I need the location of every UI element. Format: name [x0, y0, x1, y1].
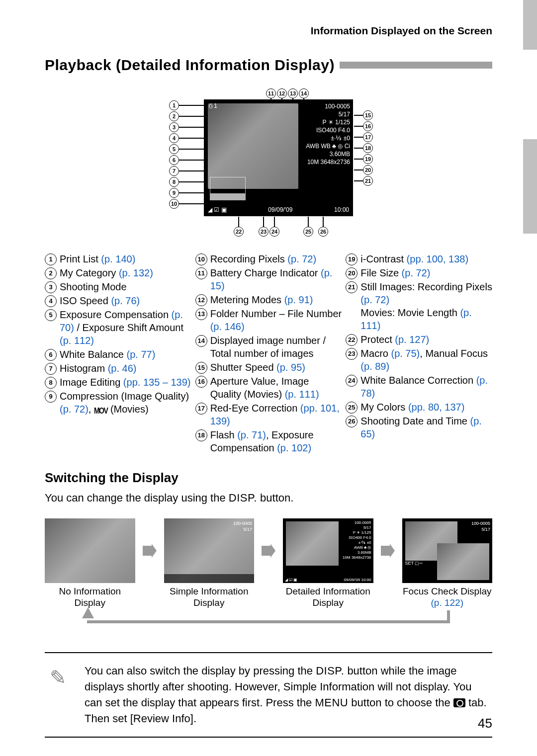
- legend-text: Metering Modes (p. 91): [210, 293, 313, 306]
- overlay-right-text: 100-0005 5/17 P ☀ 1/125 ISO400 F4.0 ±·⅓ …: [306, 102, 350, 166]
- legend-text: Shooting Date and Time (p. 65): [360, 415, 492, 440]
- circled-number: 4: [45, 295, 57, 307]
- note-box: ✎ You can also switch the display by pre…: [45, 652, 492, 738]
- legend-item: 17Red-Eye Correction (pp. 101, 139): [195, 402, 342, 427]
- filesize-line: 3.60MB: [306, 150, 350, 158]
- callout-7: 7: [169, 166, 179, 176]
- legend-item: 19i-Contrast (pp. 100, 138): [346, 252, 492, 265]
- subheading: Switching the Display: [45, 470, 492, 486]
- disp-label: DISP.: [316, 665, 344, 677]
- pencil-icon: ✎: [50, 663, 75, 727]
- circled-number: 18: [195, 429, 207, 441]
- legend-item: 18Flash (p. 71), Exposure Compensation (…: [195, 428, 342, 454]
- circled-number: 14: [195, 335, 207, 347]
- legend-text: Displayed image number / Total number of…: [210, 334, 342, 360]
- display-mode-thumbs: No Information Display 100-00055/17 Simp…: [45, 518, 492, 609]
- legend-item: 14Displayed image number / Total number …: [195, 334, 342, 360]
- legend-text: Macro (p. 75), Manual Focus (p. 89): [360, 347, 492, 373]
- legend-text: Flash (p. 71), Exposure Compensation (p.…: [210, 428, 342, 454]
- legend-text: Recording Pixels (p. 72): [210, 252, 316, 265]
- switch-text-a: You can change the display using the: [45, 492, 229, 504]
- playback-diagram: ⎙ 1 100-0005 5/17 P ☀ 1/125 ISO400 F4.0 …: [139, 88, 398, 243]
- circled-number: 7: [45, 363, 57, 375]
- sample-photo: [208, 103, 298, 189]
- top-left-icons: ⎙ 1: [209, 102, 217, 109]
- legend-text: Compression (Image Quality) (p. 72), MOV…: [60, 390, 191, 416]
- histogram-icon: [210, 177, 246, 200]
- legend-item: 3Shooting Mode: [45, 280, 191, 293]
- legend-columns: 1Print List (p. 140)2My Category (p. 132…: [45, 252, 492, 455]
- legend-text: My Colors (pp. 80, 137): [360, 401, 464, 414]
- thumb-focus-check: 100-00055/17 SET ▢▫▫ Focus Check Display…: [402, 518, 493, 609]
- circled-number: 3: [45, 281, 57, 293]
- arrow-icon: [261, 518, 276, 583]
- legend-text: Still Images: Recording Pixels (p. 72)Mo…: [360, 280, 492, 332]
- exposure-line: ±·⅓ ±0: [306, 134, 350, 142]
- circled-number: 11: [195, 267, 207, 279]
- legend-item: 7Histogram (p. 46): [45, 362, 191, 375]
- legend-text: i-Contrast (pp. 100, 138): [360, 252, 468, 265]
- callout-1: 1: [169, 100, 179, 110]
- callout-21: 21: [363, 176, 373, 186]
- svg-marker-0: [143, 544, 157, 558]
- circled-number: 13: [195, 308, 207, 320]
- callout-13: 13: [288, 88, 298, 98]
- page-number: 45: [478, 716, 492, 731]
- focus-check-link[interactable]: (p. 122): [431, 597, 463, 608]
- page-title: Playback (Detailed Information Display): [45, 57, 335, 74]
- thumb-no-info: No Information Display: [45, 518, 135, 609]
- callout-24: 24: [269, 227, 279, 237]
- legend-text: Shutter Speed (p. 95): [210, 361, 305, 374]
- legend-item: 4ISO Speed (p. 76): [45, 294, 191, 307]
- thumb-caption-1: No Information Display: [45, 586, 135, 609]
- legend-item: 25My Colors (pp. 80, 137): [346, 401, 492, 414]
- circled-number: 5: [45, 309, 57, 321]
- circled-number: 2: [45, 267, 57, 279]
- legend-text: Folder Number – File Number (p. 146): [210, 307, 342, 333]
- legend-text: Red-Eye Correction (pp. 101, 139): [210, 402, 342, 427]
- camera-icon: [453, 698, 465, 707]
- legend-item: 24White Balance Correction (p. 78): [346, 374, 492, 400]
- legend-text: Image Editing (pp. 135 – 139): [60, 376, 191, 389]
- thumb-caption-3: Detailed Information Display: [283, 586, 373, 609]
- bottom-time: 10:00: [334, 206, 349, 213]
- disp-label: DISP.: [229, 492, 257, 504]
- bottom-left-icons: ◢ ☑ ▣: [208, 206, 227, 213]
- legend-col-3: 19i-Contrast (pp. 100, 138)20File Size (…: [346, 252, 492, 455]
- circled-number: 8: [45, 377, 57, 389]
- circled-number: 20: [346, 267, 358, 279]
- legend-item: 26Shooting Date and Time (p. 65): [346, 415, 492, 440]
- legend-text: Shooting Mode: [60, 280, 127, 293]
- callout-17: 17: [363, 132, 373, 142]
- menu-label: MENU: [315, 696, 348, 709]
- legend-item: 2My Category (p. 132): [45, 266, 191, 279]
- circled-number: 12: [195, 294, 207, 306]
- title-bar: [340, 62, 492, 69]
- callout-4: 4: [169, 133, 179, 143]
- thumb-simple: 100-00055/17 Simple Information Display: [164, 518, 255, 609]
- callout-9: 9: [169, 188, 179, 198]
- legend-text: Aperture Value, Image Quality (Movies) (…: [210, 375, 342, 401]
- circled-number: 22: [346, 334, 358, 346]
- legend-item: 15Shutter Speed (p. 95): [195, 361, 342, 374]
- circled-number: 23: [346, 348, 358, 360]
- legend-text: Protect (p. 127): [360, 333, 429, 346]
- circled-number: 26: [346, 416, 358, 427]
- legend-text: Battery Charge Indicator (p. 15): [210, 266, 342, 292]
- legend-item: 21Still Images: Recording Pixels (p. 72)…: [346, 280, 492, 332]
- callout-22: 22: [234, 227, 244, 237]
- legend-item: 6White Balance (p. 77): [45, 348, 191, 361]
- legend-text: White Balance (p. 77): [60, 348, 155, 361]
- circled-number: 10: [195, 253, 207, 265]
- callout-19: 19: [363, 154, 373, 164]
- legend-text: White Balance Correction (p. 78): [360, 374, 492, 400]
- arrow-icon: [380, 518, 395, 583]
- callout-12: 12: [277, 88, 287, 98]
- svg-marker-1: [262, 544, 275, 558]
- legend-text: Print List (p. 140): [60, 252, 135, 265]
- legend-item: 1Print List (p. 140): [45, 252, 191, 265]
- thumb-caption-2: Simple Information Display: [164, 586, 255, 609]
- legend-text: ISO Speed (p. 76): [60, 294, 140, 307]
- circled-number: 1: [45, 253, 57, 265]
- legend-item: 22Protect (p. 127): [346, 333, 492, 346]
